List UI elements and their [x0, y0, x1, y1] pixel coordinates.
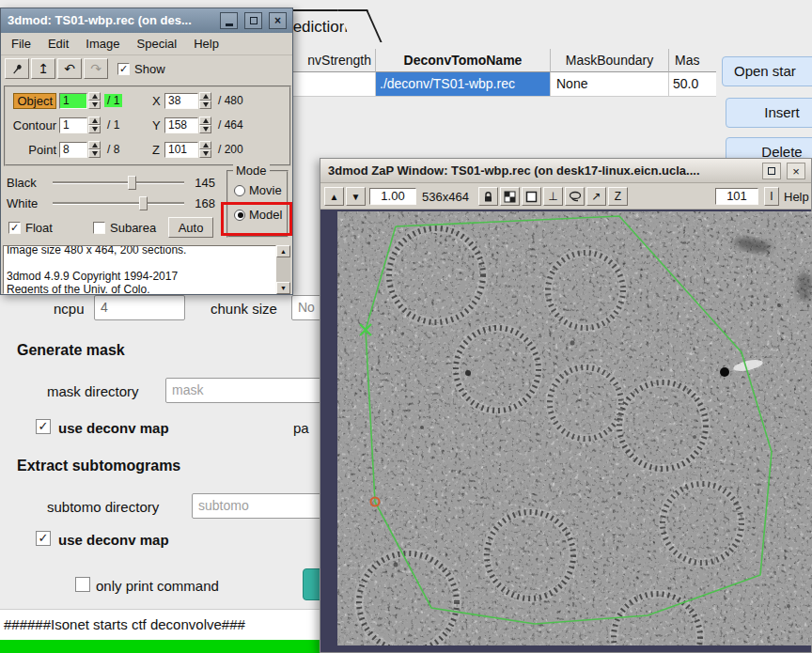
- subarea-button[interactable]: [522, 187, 541, 206]
- z-spin-buttons[interactable]: [199, 141, 211, 158]
- subarea-checkbox[interactable]: [93, 222, 105, 234]
- white-slider[interactable]: [53, 202, 184, 205]
- use-deconv-map-checkbox-2[interactable]: ✓: [36, 531, 51, 546]
- info-scrollbar[interactable]: ▲ ▼: [276, 245, 290, 294]
- black-slider[interactable]: [53, 181, 184, 184]
- black-value: 145: [189, 176, 215, 190]
- spin-up-icon: [92, 94, 98, 99]
- maximize-button[interactable]: [762, 163, 781, 179]
- show-checkbox[interactable]: ✓: [117, 63, 130, 75]
- info-text-area[interactable]: Image size 480 x 464, 200 sections. 3dmo…: [3, 245, 276, 294]
- float-checkbox[interactable]: ✓: [8, 222, 21, 234]
- spin-down-icon: [92, 102, 98, 107]
- section-number-input[interactable]: 101: [715, 188, 758, 205]
- info-button[interactable]: I: [764, 187, 779, 206]
- float-row[interactable]: ✓ Float: [8, 221, 53, 235]
- section-down-button[interactable]: ▼: [346, 187, 366, 206]
- menu-file[interactable]: File: [3, 33, 39, 54]
- arrow-button[interactable]: ↗: [586, 187, 606, 206]
- zap-titlebar[interactable]: 3dmod ZaP Window: TS01-wbp.rec (on desk1…: [320, 159, 811, 183]
- help-button[interactable]: Help: [784, 190, 809, 204]
- cell-mask-value[interactable]: 50.0: [669, 72, 716, 97]
- subarea-label: Subarea: [110, 221, 156, 235]
- pin-button[interactable]: [5, 58, 29, 79]
- auto-button[interactable]: Auto: [168, 217, 213, 238]
- open-star-button[interactable]: Open star: [722, 56, 812, 86]
- object-value-field[interactable]: 1: [59, 93, 87, 109]
- cell-maskboundary[interactable]: None: [551, 72, 669, 97]
- progress-bar: [0, 640, 323, 653]
- minimize-button[interactable]: [220, 12, 238, 29]
- menu-special[interactable]: Special: [129, 33, 186, 54]
- mask-directory-input[interactable]: mask: [165, 378, 327, 403]
- spin-up-icon: [92, 143, 98, 148]
- zap-canvas[interactable]: [320, 210, 811, 652]
- tomogram-viewport[interactable]: [337, 211, 812, 645]
- info-line-3: Regents of the Univ. of Colo.: [7, 283, 275, 294]
- down-arrow-icon: ▼: [280, 285, 287, 291]
- float-label: Float: [25, 221, 53, 235]
- info-line-1: Image size 480 x 464, 200 sections.: [7, 245, 275, 257]
- raise-button[interactable]: ↥: [31, 58, 55, 79]
- scroll-up-button[interactable]: ▲: [276, 245, 290, 257]
- pin-icon: [8, 60, 25, 77]
- mode-caption: Mode: [233, 163, 270, 178]
- checkerboard-icon: [504, 191, 516, 203]
- scroll-down-button[interactable]: ▼: [276, 282, 290, 294]
- zoom-input[interactable]: 1.00: [369, 188, 416, 205]
- object-label: Object: [13, 93, 56, 109]
- point-value-field[interactable]: 8: [59, 142, 87, 158]
- menu-image[interactable]: Image: [77, 33, 128, 54]
- lock-button[interactable]: [478, 187, 498, 206]
- x-total: / 480: [215, 94, 246, 107]
- spin-up-icon: [203, 143, 209, 148]
- check-icon: ✓: [39, 419, 49, 433]
- maximize-button[interactable]: [244, 12, 262, 29]
- contour-spin-buttons[interactable]: [88, 117, 101, 133]
- redo-button[interactable]: ↷: [84, 58, 108, 79]
- control-menubar: File Edit Image Special Help: [1, 33, 292, 55]
- y-spin-buttons[interactable]: [199, 117, 211, 133]
- x-label: X: [152, 94, 163, 108]
- x-spin-buttons[interactable]: [199, 92, 211, 109]
- z-total: / 200: [215, 143, 246, 156]
- y-row: Y 158 / 464: [152, 116, 246, 134]
- checkerboard-button[interactable]: [500, 187, 520, 206]
- control-titlebar[interactable]: 3dmod: TS01-wbp.rec (on des... ×: [1, 8, 292, 33]
- menu-edit[interactable]: Edit: [39, 33, 77, 54]
- undo-button[interactable]: ↶: [57, 58, 82, 79]
- menu-help[interactable]: Help: [185, 33, 227, 54]
- spin-down-icon: [203, 127, 209, 132]
- insert-button[interactable]: Insert: [726, 98, 812, 128]
- z-icon: Z: [615, 190, 621, 203]
- object-spin-buttons[interactable]: [88, 92, 101, 109]
- lasso-button[interactable]: [565, 187, 585, 206]
- movie-radio[interactable]: [234, 185, 245, 196]
- contour-row: Contour 1 / 1: [8, 116, 122, 134]
- spin-down-icon: [203, 151, 209, 156]
- close-button[interactable]: ×: [787, 163, 805, 179]
- use-deconv-map-checkbox-1[interactable]: ✓: [36, 419, 51, 434]
- white-slider-handle[interactable]: [139, 196, 148, 210]
- section-up-button[interactable]: ▲: [324, 187, 344, 206]
- close-button[interactable]: ×: [269, 12, 287, 29]
- ncpu-input[interactable]: 4: [94, 295, 185, 320]
- y-value-field[interactable]: 158: [164, 117, 198, 133]
- movie-radio-row[interactable]: Movie: [234, 183, 282, 197]
- spin-down-icon: [203, 102, 209, 107]
- point-spin-buttons[interactable]: [88, 141, 101, 158]
- z-value-field[interactable]: 101: [164, 142, 198, 158]
- white-value: 168: [189, 196, 215, 210]
- subtomo-directory-input[interactable]: subtomo: [192, 493, 327, 519]
- redo-icon: ↷: [90, 61, 102, 76]
- z-row: Z 101 / 200: [152, 140, 246, 159]
- only-print-command-checkbox[interactable]: [75, 577, 90, 592]
- black-slider-handle[interactable]: [128, 176, 136, 190]
- z-button[interactable]: Z: [608, 187, 628, 206]
- x-value-field[interactable]: 38: [164, 93, 198, 109]
- cell-deconvtomoname-selected[interactable]: ./deconv/TS01-wbp.rec: [376, 72, 551, 97]
- contour-value-field[interactable]: 1: [59, 117, 87, 133]
- center-button[interactable]: ⊥: [543, 187, 563, 206]
- subarea-row[interactable]: Subarea: [93, 221, 156, 235]
- spin-down-icon: [92, 127, 98, 132]
